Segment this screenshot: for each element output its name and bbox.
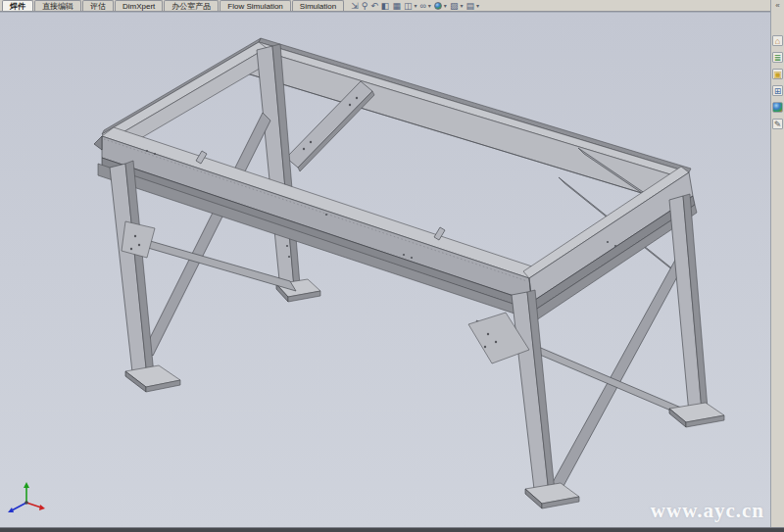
zoom-to-area-icon[interactable]: ⚲ — [362, 1, 368, 11]
display-style-dropdown[interactable]: ▾ — [414, 2, 416, 9]
tab-direct-editing[interactable]: 直接编辑 — [34, 0, 81, 11]
zoom-to-fit-icon[interactable]: ⇲ — [351, 1, 359, 11]
view-palette-icon[interactable]: ⊞ — [772, 85, 783, 96]
custom-properties-icon[interactable]: ✎ — [772, 119, 783, 129]
graphics-viewport[interactable]: www.ayc.cn — [0, 12, 770, 527]
display-style-icon[interactable]: ◫ — [404, 1, 413, 11]
task-pane: « ⌂ ≣ ▣ ⊞ ✎ — [770, 0, 784, 527]
view-orientation-icon[interactable]: ▦ — [392, 1, 401, 11]
left-leg — [110, 161, 155, 381]
front-leg — [468, 290, 555, 498]
solidworks-resources-icon[interactable]: ⌂ — [772, 35, 783, 46]
apply-scene-dropdown[interactable]: ▾ — [460, 2, 463, 9]
frame-right-beam — [523, 167, 697, 320]
hide-show-dropdown[interactable]: ▾ — [428, 2, 431, 9]
view-settings-icon[interactable]: ▤ — [466, 1, 474, 11]
section-view-icon[interactable]: ◧ — [381, 1, 390, 11]
view-settings-dropdown[interactable]: ▾ — [476, 2, 479, 9]
weldment-frame-model — [0, 13, 770, 528]
hide-show-items-icon[interactable]: ∞ — [419, 1, 425, 11]
tab-office-products[interactable]: 办公室产品 — [164, 0, 219, 11]
previous-view-icon[interactable]: ↶ — [370, 1, 378, 11]
task-pane-collapse-icon[interactable]: « — [775, 1, 779, 10]
tab-weldments[interactable]: 焊件 — [2, 0, 33, 11]
edit-appearance-dropdown[interactable]: ▾ — [444, 2, 447, 9]
watermark-text: www.ayc.cn — [651, 499, 764, 523]
edit-appearance-icon[interactable] — [434, 2, 442, 10]
right-leg — [669, 194, 708, 413]
tab-evaluate[interactable]: 评估 — [82, 0, 114, 11]
apply-scene-icon[interactable]: ▨ — [450, 1, 459, 11]
front-leg-foot — [525, 483, 579, 508]
solidworks-window: 焊件 直接编辑 评估 DimXpert 办公室产品 Flow Simulatio… — [0, 0, 784, 532]
tab-flow-simulation[interactable]: Flow Simulation — [220, 0, 290, 11]
file-explorer-icon[interactable]: ▣ — [772, 69, 783, 79]
left-leg-gusset — [122, 221, 155, 258]
tab-dimxpert[interactable]: DimXpert — [115, 0, 163, 11]
heads-up-view-toolbar: ⇲ ⚲ ↶ ◧ ▦ ◫ ▾ ∞ ▾ ▾ ▨ ▾ ▤ ▾ — [351, 0, 479, 11]
coordinate-triad — [8, 482, 45, 512]
tab-simulation[interactable]: Simulation — [292, 0, 344, 11]
appearances-scenes-icon[interactable] — [772, 102, 783, 113]
design-library-icon[interactable]: ≣ — [772, 52, 783, 63]
command-manager-tabbar: 焊件 直接编辑 评估 DimXpert 办公室产品 Flow Simulatio… — [0, 0, 770, 12]
